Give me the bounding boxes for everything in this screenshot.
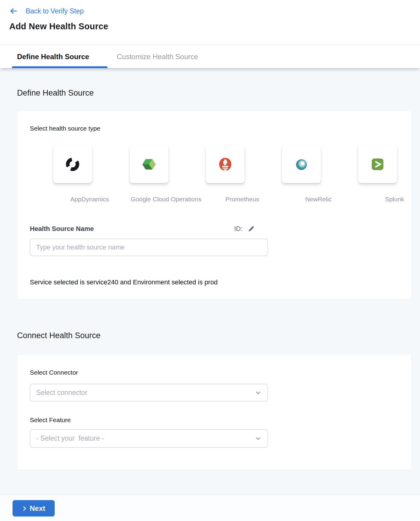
source-type-prometheus[interactable] (206, 145, 245, 183)
id-label: ID: (234, 225, 243, 233)
chevron-right-icon (22, 506, 27, 511)
health-source-name-label: Health Source Name (30, 225, 94, 233)
arrow-left-icon (9, 7, 18, 16)
newrelic-icon (293, 156, 309, 172)
appdynamics-icon (65, 157, 80, 172)
chevron-down-icon (255, 435, 262, 442)
tab-define-label: Define Health Source (17, 53, 89, 61)
define-health-source-card: Select health source type AppDynamics Go… (17, 111, 411, 299)
prometheus-icon (217, 156, 233, 172)
tab-customize-health-source[interactable]: Customize Health Source (117, 45, 198, 68)
connect-section-heading: Connect Health Source (17, 331, 100, 340)
tab-bar: Define Health Source Customize Health So… (0, 45, 420, 68)
chevron-down-icon (255, 389, 262, 396)
source-type-splunk[interactable] (358, 145, 397, 183)
page-title: Add New Health Source (9, 22, 108, 31)
tab-customize-label: Customize Health Source (117, 53, 198, 61)
source-type-label: Splunk (350, 196, 420, 203)
add-health-source-drawer: Back to Verify Step Add New Health Sourc… (0, 0, 420, 521)
google-cloud-operations-icon (141, 156, 157, 172)
source-type-newrelic[interactable] (282, 145, 321, 183)
service-environment-note: Service selected is service240 and Envir… (30, 278, 218, 286)
next-button-label: Next (30, 504, 45, 513)
select-feature-label: Select Feature (30, 416, 71, 424)
health-source-name-input[interactable] (30, 239, 268, 256)
back-to-verify-step-link[interactable]: Back to Verify Step (9, 7, 84, 16)
source-type-google-cloud-operations[interactable] (130, 145, 168, 183)
drawer-header: Back to Verify Step Add New Health Sourc… (0, 0, 420, 45)
connector-select-placeholder: Select connector (36, 389, 87, 397)
splunk-icon (370, 157, 385, 172)
feature-select[interactable]: - Select your feature - (30, 429, 268, 448)
tab-define-health-source[interactable]: Define Health Source (17, 45, 89, 68)
select-connector-label: Select Connector (30, 369, 78, 376)
select-source-type-label: Select health source type (30, 125, 100, 132)
define-section-heading: Define Health Source (17, 88, 94, 98)
identifier-row: ID: (234, 225, 255, 233)
back-link-label: Back to Verify Step (26, 7, 84, 15)
edit-pencil-icon[interactable] (248, 226, 255, 232)
active-tab-indicator (12, 66, 108, 68)
connect-health-source-card: Select Connector Select connector Select… (17, 355, 411, 470)
next-button[interactable]: Next (13, 500, 55, 517)
feature-select-placeholder: - Select your feature - (36, 434, 104, 442)
drawer-footer: Next (0, 495, 420, 521)
connector-select[interactable]: Select connector (30, 384, 268, 402)
source-type-appdynamics[interactable] (53, 145, 92, 183)
source-type-label: AppDynamics (45, 196, 134, 203)
